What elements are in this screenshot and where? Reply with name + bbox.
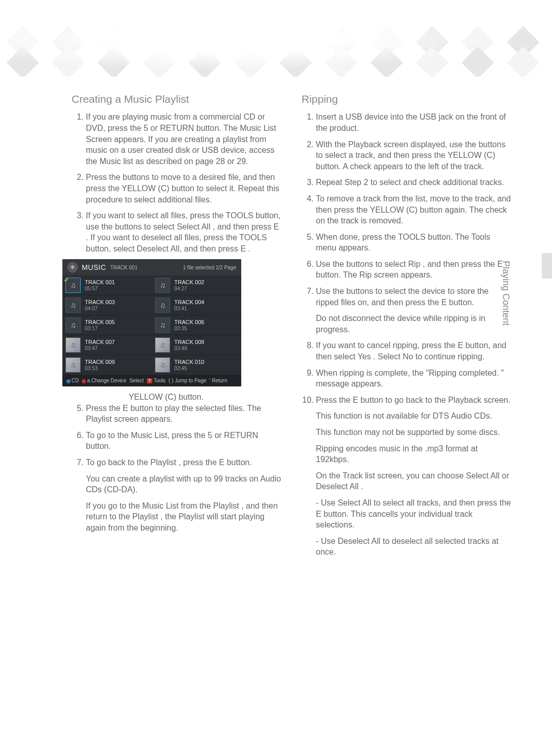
music-screen-status: 1 file selected 1/2 Page [183,264,236,271]
right-column: Ripping Insert a USB device into the USB… [302,92,511,563]
track-name: TRACK 002 [174,279,204,285]
playlist-step-3: If you want to select all files, press t… [86,210,281,254]
track-time: 03:41 [174,305,204,312]
yellow-c-caption: YELLOW (C) button. [72,392,281,403]
ripping-note-1: This function is not available for DTS A… [302,410,511,422]
ripping-bullet-1: Use Select All to select all tracks, and… [316,497,511,531]
ripping-step-7-warning: Do not disconnect the device while rippi… [316,313,511,335]
playlist-note-1: You can create a playlist with up to 99 … [72,473,281,495]
music-note-icon: ♫ [155,297,170,313]
music-track: ♫✔TRACK 00105:57 [62,276,152,295]
music-track: ♫TRACK 00304:07 [62,295,152,315]
track-name: TRACK 008 [174,339,204,345]
music-track: ♫TRACK 00204:27 [152,276,241,295]
ripping-bullet-2: Use Deselect All to deselect all selecte… [316,536,511,558]
footer-jump: ( ) Jump to Page [169,377,206,384]
music-note-icon: ♫ [155,278,170,293]
decorative-header-pattern [0,0,552,77]
section-side-tab: Playing Content [500,256,511,326]
music-note-icon: ♫ [65,337,81,353]
ripping-step-2: With the Playback screen displayed, use … [316,139,511,172]
track-name: TRACK 009 [85,359,115,365]
track-name: TRACK 010 [174,359,204,365]
playlist-step-6: To go to the Music List, press the 5 or … [86,430,281,452]
track-name: TRACK 001 [85,279,115,285]
music-note-icon: ♫ [65,317,81,333]
playlist-step-1: If you are playing music from a commerci… [86,111,281,167]
left-column: Creating a Music Playlist If you are pla… [72,92,281,563]
music-screen-subtitle: TRACK 001 [110,264,137,271]
ripping-step-6: Use the buttons to select Rip , and then… [316,259,511,281]
track-name: TRACK 005 [85,319,115,325]
track-time: 05:57 [85,285,115,292]
playlist-step-7: To go back to the Playlist , press the E… [86,457,281,468]
ripping-note-2: This function may not be supported by so… [302,427,511,438]
track-time: 03:49 [174,345,204,352]
track-name: TRACK 004 [174,299,204,305]
music-note-icon: ♫ [155,357,170,373]
ripping-step-1: Insert a USB device into the USB jack on… [316,111,511,133]
track-time: 03:47 [85,345,115,352]
track-time: 04:27 [174,285,204,292]
track-name: TRACK 007 [85,339,115,345]
ripping-step-5: When done, press the TOOLS button. The T… [316,232,511,254]
music-note-icon: ♫ [65,357,81,373]
music-track: ♫TRACK 01003:45 [152,355,241,375]
track-time: 03:17 [85,325,115,332]
playlist-note-2: If you go to the Music List from the Pla… [72,500,281,534]
ripping-step-7: Use the buttons to select the device to … [316,286,511,335]
ripping-step-4: To remove a track from the list, move to… [316,193,511,226]
footer-change-device: a Change Device [87,378,126,383]
playlist-step-5: Press the E button to play the selected … [86,403,281,425]
music-track: ♫TRACK 00603:35 [152,315,241,335]
footer-cd: CD [72,378,79,383]
music-note-icon: ♫ [155,337,170,353]
footer-return: ' Return [210,377,227,384]
ripping-step-9: When ripping is complete, the "Ripping c… [316,368,511,390]
track-time: 03:45 [174,365,204,372]
ripping-step-3: Repeat Step 2 to select and check additi… [316,177,511,188]
track-time: 04:07 [85,305,115,312]
footer-select: Select [129,377,144,384]
track-name: TRACK 003 [85,299,115,305]
music-track: ♫TRACK 00703:47 [62,335,152,355]
heading-ripping: Ripping [302,92,511,106]
ripping-note-4: On the Track list screen, you can choose… [302,470,511,492]
side-tab-label: Playing Content [500,261,511,326]
ripping-step-10: Press the E button to go back to the Pla… [316,395,511,406]
track-time: 03:53 [85,365,115,372]
music-track: ♫TRACK 00803:49 [152,335,241,355]
ripping-step-8: If you want to cancel ripping, press the… [316,340,511,362]
music-track: ♫TRACK 00503:17 [62,315,152,335]
music-note-icon: ♫ [65,297,81,313]
music-list-screen: ✱ MUSIC TRACK 001 1 file selected 1/2 Pa… [62,259,241,386]
music-note-icon: ♫✔ [65,278,81,293]
music-note-icon: ♫ [155,317,170,333]
playlist-step-2: Press the buttons to move to a desired f… [86,172,281,205]
music-screen-title: MUSIC [82,263,106,272]
gear-icon: ✱ [67,262,78,272]
track-name: TRACK 006 [174,319,204,325]
music-track: ♫TRACK 00903:53 [62,355,152,375]
heading-creating-playlist: Creating a Music Playlist [72,92,281,106]
track-time: 03:35 [174,325,204,332]
ripping-note-3: Ripping encodes music in the .mp3 format… [302,443,511,465]
music-track: ♫TRACK 00403:41 [152,295,241,315]
footer-tools: Tools [153,378,165,383]
